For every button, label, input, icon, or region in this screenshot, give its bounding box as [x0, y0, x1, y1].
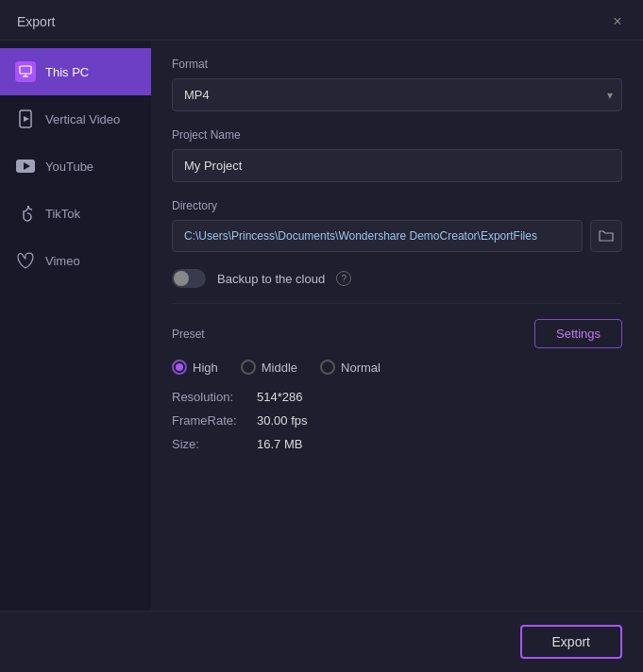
youtube-icon — [15, 156, 36, 176]
directory-wrapper — [172, 220, 622, 252]
size-value: 16.7 MB — [257, 437, 302, 451]
settings-button[interactable]: Settings — [534, 319, 622, 348]
sidebar-label-vimeo: Vimeo — [45, 254, 80, 268]
framerate-key: FrameRate: — [172, 413, 257, 428]
close-button[interactable]: × — [609, 13, 626, 30]
export-dialog: Export × This PC — [0, 0, 643, 672]
preset-option-normal[interactable]: Normal — [320, 360, 381, 375]
resolution-row: Resolution: 514*286 — [172, 390, 622, 404]
sidebar-item-this-pc[interactable]: This PC — [0, 48, 151, 95]
radio-outer-high — [172, 360, 187, 375]
backup-label: Backup to the cloud — [217, 272, 325, 286]
backup-row: Backup to the cloud ? — [172, 269, 622, 288]
preset-normal-label: Normal — [341, 361, 381, 375]
sidebar-label-youtube: YouTube — [45, 160, 93, 174]
preset-option-high[interactable]: High — [172, 360, 218, 375]
tiktok-icon — [15, 203, 36, 224]
directory-label: Directory — [172, 199, 622, 212]
preset-section: Preset Settings High Middle — [172, 319, 622, 451]
preset-option-middle[interactable]: Middle — [241, 360, 297, 375]
main-panel: Format MP4 MOV AVI MKV GIF ▾ Project Nam… — [151, 41, 643, 611]
monitor-icon — [15, 61, 36, 82]
vertical-video-icon — [15, 109, 36, 129]
project-name-group: Project Name — [172, 128, 622, 182]
format-label: Format — [172, 58, 622, 71]
resolution-key: Resolution: — [172, 390, 257, 404]
svg-rect-0 — [20, 66, 31, 74]
help-icon[interactable]: ? — [336, 271, 351, 286]
svg-marker-4 — [24, 116, 29, 122]
divider — [172, 303, 622, 304]
radio-outer-middle — [241, 360, 256, 375]
radio-inner-high — [176, 363, 183, 371]
backup-toggle[interactable] — [172, 269, 206, 288]
dialog-title: Export — [17, 14, 55, 29]
sidebar-label-tiktok: TikTok — [45, 207, 80, 221]
sidebar-item-youtube[interactable]: YouTube — [0, 143, 151, 190]
sidebar: This PC Vertical Video — [0, 41, 151, 611]
preset-label: Preset — [172, 328, 205, 341]
directory-group: Directory — [172, 199, 622, 252]
project-name-label: Project Name — [172, 128, 622, 142]
format-select[interactable]: MP4 MOV AVI MKV GIF — [172, 78, 622, 111]
content-area: This PC Vertical Video — [0, 41, 643, 611]
preset-high-label: High — [193, 361, 218, 375]
bottom-bar: Export — [0, 611, 643, 672]
toggle-knob — [174, 271, 189, 286]
sidebar-item-tiktok[interactable]: TikTok — [0, 190, 151, 237]
directory-input[interactable] — [172, 220, 583, 252]
size-row: Size: 16.7 MB — [172, 437, 622, 451]
framerate-value: 30.00 fps — [257, 413, 308, 428]
radio-outer-normal — [320, 360, 335, 375]
sidebar-label-this-pc: This PC — [45, 65, 89, 79]
info-grid: Resolution: 514*286 FrameRate: 30.00 fps… — [172, 390, 622, 451]
framerate-row: FrameRate: 30.00 fps — [172, 413, 622, 428]
sidebar-label-vertical-video: Vertical Video — [45, 112, 120, 126]
sidebar-item-vertical-video[interactable]: Vertical Video — [0, 95, 151, 143]
export-button[interactable]: Export — [520, 625, 622, 659]
folder-browse-button[interactable] — [590, 220, 622, 252]
title-bar: Export × — [0, 0, 643, 41]
project-name-input[interactable] — [172, 149, 622, 182]
preset-header: Preset Settings — [172, 319, 622, 348]
format-select-wrapper: MP4 MOV AVI MKV GIF ▾ — [172, 78, 622, 111]
preset-middle-label: Middle — [262, 361, 297, 375]
resolution-value: 514*286 — [257, 390, 302, 404]
sidebar-item-vimeo[interactable]: Vimeo — [0, 237, 151, 284]
preset-radio-group: High Middle Normal — [172, 360, 622, 375]
vimeo-icon — [15, 250, 36, 271]
size-key: Size: — [172, 437, 257, 451]
format-group: Format MP4 MOV AVI MKV GIF ▾ — [172, 58, 622, 111]
